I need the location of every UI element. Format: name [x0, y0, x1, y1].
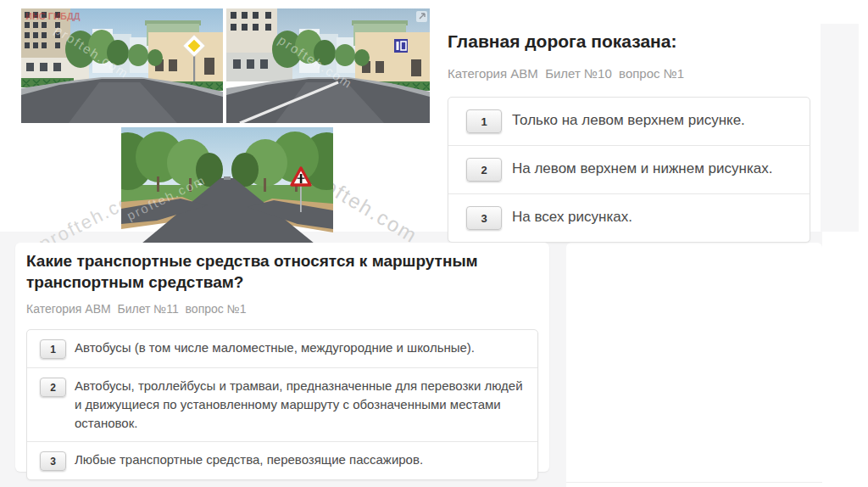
answer-option-2[interactable]: 2 На левом верхнем и нижнем рисунках.	[448, 145, 810, 193]
answer-option-2[interactable]: 2 Автобусы, троллейбусы и трамваи, предн…	[27, 367, 537, 441]
red-stamp-watermark: ИНС ГИБДД	[25, 11, 81, 21]
question-image-bottom: profteh.com	[121, 127, 333, 244]
answer-text: Автобусы, троллейбусы и трамваи, предназ…	[75, 377, 526, 433]
next-question-card-partial	[566, 243, 822, 487]
answer-text: Автобусы (в том числе маломестные, между…	[75, 339, 475, 357]
question-title: Главная дорога показана:	[448, 31, 810, 53]
blue-square-regulatory-sign	[394, 39, 408, 53]
answer-option-3[interactable]: 3 На всех рисунках.	[448, 193, 810, 242]
answer-number-button[interactable]: 1	[466, 109, 502, 133]
answer-number-button[interactable]: 3	[466, 206, 502, 230]
answer-number-button[interactable]: 1	[40, 339, 66, 359]
question-image-top-left: ИНС ГИБДД profteh.com	[21, 8, 223, 123]
road-scene-1: ИНС ГИБДД profteh.com	[21, 8, 223, 123]
right-page-margin-band	[821, 24, 859, 232]
question-meta: Категория АВМ Билет №10 вопрос №1	[448, 66, 810, 81]
answer-option-3[interactable]: 3 Любые транспортные средства, перевозящ…	[27, 441, 537, 479]
road-scene-3: profteh.com	[121, 127, 333, 244]
answer-text: Любые транспортные средства, перевозящие…	[75, 451, 423, 469]
answer-text: Только на левом верхнем рисунке.	[512, 109, 745, 131]
answer-text: На всех рисунках.	[512, 206, 632, 227]
answers-list: 1 Только на левом верхнем рисунке. 2 На …	[448, 97, 810, 243]
question-title: Какие транспортные средства относятся к …	[26, 250, 522, 293]
answers-list: 1 Автобусы (в том числе маломестные, меж…	[26, 329, 538, 480]
expand-icon[interactable]	[416, 11, 427, 22]
card-divider	[566, 482, 822, 483]
answer-option-1[interactable]: 1 Автобусы (в том числе маломестные, меж…	[27, 330, 537, 367]
answer-number-button[interactable]: 2	[40, 378, 66, 397]
answer-number-button[interactable]: 2	[466, 158, 502, 182]
question-block-10: Главная дорога показана: Категория АВМ Б…	[448, 31, 810, 243]
road-scene-2: profteh.com	[226, 8, 430, 123]
answer-option-1[interactable]: 1 Только на левом верхнем рисунке.	[448, 98, 810, 145]
question-meta: Категория АВМ Билет №11 вопрос №1	[26, 302, 538, 316]
question-image-top-right: profteh.com	[226, 8, 430, 123]
answer-text: На левом верхнем и нижнем рисунках.	[512, 158, 772, 179]
question-block-11: Какие транспортные средства относятся к …	[15, 243, 549, 472]
answer-number-button[interactable]: 3	[40, 451, 66, 471]
